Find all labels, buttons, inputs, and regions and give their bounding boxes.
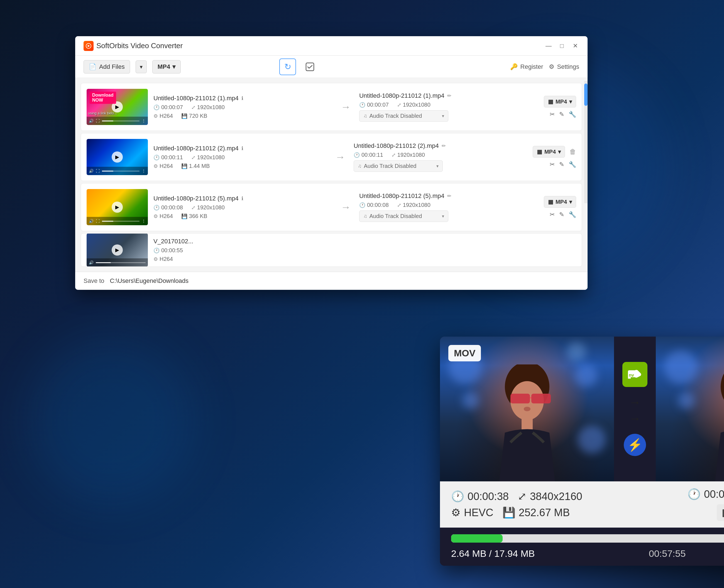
file-thumbnail[interactable]: ▶ DownloadNOW using a link belo... 🔊 ⛶ ⋮ [87,89,148,125]
music-icon: ♫ [364,113,367,119]
codec-item: ⚙ H264 [153,256,173,262]
file-info: Untitled-1080p-211012 (2).mp4 ℹ 🕐 00:00:… [153,145,327,169]
file-name: V_20170102... [153,238,576,245]
add-files-dropdown[interactable]: ▾ [136,60,147,73]
db-icon: 💾 [502,506,515,519]
scissors-icon[interactable]: ✂ [550,211,555,218]
progress-bar-track [451,534,724,543]
scissors-icon[interactable]: ✂ [550,111,555,118]
play-button[interactable]: ▶ [112,202,123,213]
edit-icon[interactable]: ✏ [442,143,446,149]
format-button[interactable]: MP4 ▾ [152,60,181,74]
wrench-icon[interactable]: 🔧 [568,111,576,118]
register-button[interactable]: 🔑 Register [510,63,543,70]
out-duration: 🕐 00:00:07 [359,102,389,108]
duration-item: 🕐 00:00:07 [153,104,183,110]
format-chevron: ▾ [558,148,561,155]
refresh-button[interactable]: ↻ [279,59,296,75]
key-icon: 🔑 [510,63,518,70]
format-badge[interactable]: ▦ MP4 ▾ [544,196,576,208]
format-grid-icon: ▦ [548,198,553,205]
edit2-icon[interactable]: ✎ [559,211,564,218]
refresh-icon: ↻ [284,62,291,71]
file-meta: 🕐 00:00:55 [153,247,576,254]
format-badge[interactable]: ▦ MP4 ▾ [544,96,576,107]
file-info: V_20170102... 🕐 00:00:55 ⚙ H264 [153,238,576,262]
codec-item: ⚙ H264 [153,213,173,219]
audio-track-button[interactable]: ♫ Audio Track Disabled ▾ [359,110,448,122]
source-duration: 🕐 00:00:38 ⤢ 3840x2160 [451,490,635,503]
lightning-icon: ⚡ [627,438,643,452]
thumb-progress [96,262,146,263]
settings-button[interactable]: ⚙ Settings [549,63,579,70]
wrench-icon[interactable]: 🔧 [568,211,576,218]
more-icon: ⋮ [142,219,146,223]
output-meta: 🕐 00:00:08 ⤢ 1920x1080 [359,202,538,208]
file-thumbnail[interactable]: ▶ 🔊 ⛶ ⋮ [87,189,148,225]
file-meta-2: ⚙ H264 💾 1.44 MB [153,163,327,169]
convert-arrow-icon: → [335,151,345,163]
speaker-icon: 🔊 [89,119,94,123]
out-duration: 🕐 00:00:11 [354,152,383,158]
delete-button[interactable]: 🗑 [570,148,576,155]
minimize-button[interactable]: — [545,42,553,50]
progress-stats: 2.64 MB / 17.94 MB 00:57:55 14% [451,548,724,559]
thumb-progress [102,221,140,222]
output-meta: 🕐 00:00:11 ⤢ 1920x1080 [354,152,527,158]
codec-icon: ⚙ [153,113,158,119]
wrench-icon[interactable]: 🔧 [568,161,576,168]
output-section: Untitled-1080p-211012 (5).mp4 ✏ 🕐 00:00:… [359,192,538,222]
edit2-icon[interactable]: ✎ [559,111,564,118]
file-list: ▶ DownloadNOW using a link belo... 🔊 ⛶ ⋮… [75,78,587,272]
scissors-icon[interactable]: ✂ [550,161,555,168]
scrollbar-thumb[interactable] [584,84,587,106]
play-button[interactable]: ▶ [112,245,123,256]
output-format-select: ▦ MP4 ▾ 💾 18 MB [717,504,724,521]
size-icon: ⤢ [191,104,195,110]
format-chevron: ▾ [569,98,572,105]
info-icon[interactable]: ℹ [242,195,243,202]
source-codec: ⚙ HEVC 💾 252.67 MB [451,506,635,519]
size-icon: ⤢ [518,490,526,503]
convert-arrow-icon: → [341,201,351,213]
maximize-button[interactable]: □ [558,42,566,50]
file-thumbnail[interactable]: ▶ 🔊 [87,233,148,267]
db-icon: 💾 [181,163,187,169]
info-icon[interactable]: ℹ [242,145,243,151]
window-controls: — □ ✕ [545,42,579,50]
edit-icon[interactable]: ✏ [447,193,451,199]
format-badge[interactable]: ▦ MP4 ▾ [533,146,565,158]
speaker-icon: 🔊 [89,169,94,173]
audio-track-label: Audio Track Disabled [364,163,416,169]
codec-item: ⚙ H264 [153,163,173,169]
file-icon: 📄 [89,63,96,70]
file-name: Untitled-1080p-211012 (1).mp4 ℹ [153,94,332,102]
audio-track-button[interactable]: ♫ Audio Track Disabled ▾ [359,210,448,222]
title-bar-logo: SoftOrbits Video Converter [84,41,545,51]
info-icon[interactable]: ℹ [242,95,243,101]
file-meta: 🕐 00:00:11 ⤢ 1920x1080 [153,154,327,161]
file-thumbnail[interactable]: ▶ 🔊 ⛶ ⋮ [87,139,148,175]
clock-icon: 🕐 [354,152,360,158]
edit2-icon[interactable]: ✎ [559,161,564,168]
register-label: Register [520,63,543,70]
scrollbar[interactable] [584,81,587,203]
add-files-button[interactable]: 📄 Add Files [84,60,130,74]
file-meta: 🕐 00:00:07 ⤢ 1920x1080 [153,104,332,110]
edit-icon[interactable]: ✏ [447,93,451,99]
output-stats: 🕐 00:00:38 ⤢ 3840x2160 ▦ MP4 ▾ 💾 18 MB [635,488,724,521]
clock-icon: 🕐 [153,248,160,254]
play-button[interactable]: ▶ [112,151,123,163]
toolbar: 📄 Add Files ▾ MP4 ▾ ↻ 🔑 Register ⚙ Setti… [75,56,587,78]
stats-row: 🕐 00:00:38 ⤢ 3840x2160 ⚙ HEVC 💾 252.67 M… [440,481,724,528]
size-icon: ⤢ [397,202,401,208]
output-name: Untitled-1080p-211012 (1).mp4 [359,92,444,99]
svg-rect-1 [306,63,314,71]
close-button[interactable]: ✕ [572,42,579,50]
audio-track-button[interactable]: ♫ Audio Track Disabled ▾ [354,160,443,172]
check-button[interactable] [302,59,318,75]
progress-bar-fill [451,534,503,543]
output-format-select-badge[interactable]: ▦ MP4 ▾ [717,504,724,521]
title-bar: SoftOrbits Video Converter — □ ✕ [75,36,587,56]
conversion-progress-area: 2.64 MB / 17.94 MB 00:57:55 14% [440,528,724,566]
